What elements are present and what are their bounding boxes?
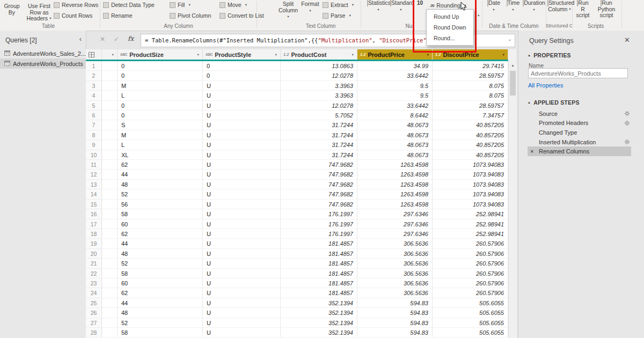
grid-cell[interactable]: 0 [118, 71, 203, 80]
row-number[interactable]: 14 [86, 189, 102, 199]
grid-cell[interactable] [102, 130, 118, 140]
grid-cell[interactable]: 40.857205 [433, 150, 508, 160]
menu-item-round[interactable]: Round... [427, 33, 473, 43]
filter-dropdown-icon[interactable]: ▼ [112, 53, 114, 56]
grid-cell[interactable]: 0 [118, 61, 203, 71]
grid-cell[interactable]: 306.5636 [357, 239, 433, 248]
grid-cell[interactable]: U [203, 308, 281, 318]
row-number[interactable]: 1 [86, 61, 102, 71]
grid-cell[interactable]: U [203, 249, 281, 259]
grid-cell[interactable] [102, 239, 118, 248]
duration-button[interactable]: Duration▼ [523, 0, 545, 13]
grid-cell[interactable]: U [203, 288, 281, 298]
grid-cell[interactable]: 8.6442 [357, 111, 433, 120]
grid-cell[interactable]: 352.1394 [281, 318, 357, 328]
grid-cell[interactable]: 1073.94083 [433, 170, 508, 179]
grid-cell[interactable]: 34.99 [357, 61, 433, 71]
grid-cell[interactable]: 0 [118, 101, 203, 111]
cancel-formula-icon[interactable]: ✕ [100, 35, 105, 43]
grid-cell[interactable]: 594.83 [357, 308, 433, 318]
grid-cell[interactable]: 1073.94083 [433, 189, 508, 199]
grid-cell[interactable] [102, 170, 118, 179]
grid-cell[interactable] [102, 249, 118, 259]
grid-cell[interactable] [102, 150, 118, 160]
count-rows-button[interactable]: Count Rows [54, 11, 92, 20]
grid-cell[interactable]: 352.1394 [281, 308, 357, 318]
row-number[interactable]: 22 [86, 269, 102, 278]
grid-cell[interactable]: 297.6346 [357, 219, 433, 229]
close-panel-icon[interactable]: ✕ [624, 36, 630, 44]
grid-cell[interactable]: M [118, 81, 203, 91]
applied-step[interactable]: Inserted Multiplication [528, 137, 631, 147]
grid-cell[interactable]: U [203, 328, 281, 337]
grid-cell[interactable]: 176.1997 [281, 229, 357, 239]
grid-cell[interactable] [102, 111, 118, 120]
grid-cell[interactable]: 306.5636 [357, 249, 433, 259]
standard-button[interactable]: Standard▼ [390, 0, 412, 13]
menu-item-round-down[interactable]: Round Down [427, 22, 473, 33]
grid-cell[interactable]: S [118, 120, 203, 130]
filter-dropdown-icon[interactable]: ▼ [352, 53, 354, 56]
grid-cell[interactable]: 58 [118, 269, 203, 278]
grid-cell[interactable]: XL [118, 150, 203, 160]
grid-cell[interactable]: U [203, 150, 281, 160]
grid-cell[interactable]: 44 [118, 298, 203, 308]
grid-cell[interactable]: 181.4857 [281, 259, 357, 268]
grid-cell[interactable]: 58 [118, 328, 203, 337]
grid-cell[interactable]: 306.5636 [357, 259, 433, 268]
grid-cell[interactable] [102, 71, 118, 80]
column-header-productstyle[interactable]: ABCProductStyle▼ [203, 49, 281, 60]
applied-step[interactable]: Source [528, 109, 631, 119]
grid-cell[interactable]: 56 [118, 200, 203, 209]
grid-cell[interactable]: 297.6346 [357, 209, 433, 219]
grid-cell[interactable]: 29.7415 [433, 61, 508, 71]
column-header-partial[interactable]: ▼ [102, 49, 118, 60]
grid-cell[interactable]: 306.5636 [357, 269, 433, 278]
grid-cell[interactable]: M [118, 130, 203, 140]
grid-cell[interactable]: 306.5636 [357, 278, 433, 288]
row-number[interactable]: 24 [86, 288, 102, 298]
grid-cell[interactable] [102, 259, 118, 268]
row-number[interactable]: 28 [86, 328, 102, 337]
grid-cell[interactable]: 747.9682 [281, 170, 357, 179]
split-column-button[interactable]: Split Column▼ [277, 1, 299, 20]
column-header-discoutprice[interactable]: 1.2DiscoutPrice▼ [433, 49, 508, 60]
grid-cell[interactable]: 181.4857 [281, 249, 357, 259]
grid-cell[interactable]: 31.7244 [281, 150, 357, 160]
time-button[interactable]: Time▼ [504, 0, 522, 13]
vertical-scrollbar[interactable]: ▲ [508, 61, 517, 338]
grid-cell[interactable]: 352.1394 [281, 328, 357, 337]
run-python-script-button[interactable]: Run Python script [592, 0, 621, 19]
grid-cell[interactable]: 48.0673 [357, 150, 433, 160]
grid-cell[interactable]: L [118, 91, 203, 100]
grid-cell[interactable]: 48 [118, 308, 203, 318]
grid-cell[interactable]: 48.0673 [357, 120, 433, 130]
grid-cell[interactable] [102, 209, 118, 219]
grid-cell[interactable]: 40.857205 [433, 120, 508, 130]
row-number[interactable]: 17 [86, 219, 102, 229]
grid-cell[interactable]: 7.34757 [433, 111, 508, 120]
grid-cell[interactable] [102, 308, 118, 318]
grid-cell[interactable]: U [203, 239, 281, 248]
grid-cell[interactable]: 747.9682 [281, 160, 357, 170]
grid-cell[interactable]: 1263.4598 [357, 180, 433, 189]
column-header-productprice[interactable]: 1.2ProductPrice▼ [357, 49, 433, 60]
all-properties-link[interactable]: All Properties [528, 82, 563, 89]
grid-cell[interactable]: U [203, 229, 281, 239]
gear-icon[interactable] [624, 120, 630, 126]
grid-cell[interactable]: U [203, 209, 281, 219]
move-button[interactable]: Move▼ [219, 1, 247, 9]
grid-cell[interactable]: 176.1997 [281, 219, 357, 229]
select-all-corner[interactable] [86, 49, 102, 60]
grid-cell[interactable]: 0 [203, 71, 281, 80]
grid-cell[interactable]: 28.59757 [433, 101, 508, 111]
grid-cell[interactable]: 60 [118, 278, 203, 288]
row-number[interactable]: 2 [86, 71, 102, 80]
grid-cell[interactable]: 181.4857 [281, 288, 357, 298]
grid-cell[interactable]: 9.5 [357, 81, 433, 91]
row-number[interactable]: 7 [86, 120, 102, 130]
grid-cell[interactable]: 5.7052 [281, 111, 357, 120]
grid-cell[interactable]: 44 [118, 170, 203, 179]
grid-cell[interactable]: 31.7244 [281, 130, 357, 140]
grid-cell[interactable]: U [203, 200, 281, 209]
